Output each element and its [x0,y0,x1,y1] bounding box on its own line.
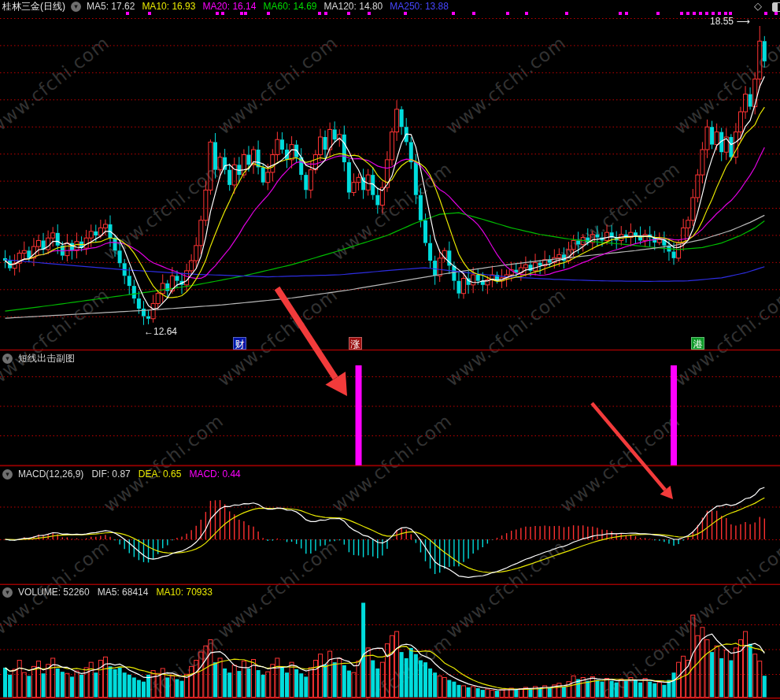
stock-chart-application: www.cfchi.comwww.cfchi.comwww.cfchi.comw… [0,0,780,700]
main-chart-header: 桂林三金(日线) ▾ MA5: 17.62MA10: 16.93MA20: 16… [2,0,449,13]
macd-legend-item: MACD(12,26,9) [18,469,83,480]
collapse-chevron-icon[interactable]: ▾ [71,2,81,12]
diamond-icon[interactable]: ◇ [754,0,762,12]
macd-legend-item: MACD: 0.44 [189,469,240,480]
stock-title: 桂林三金(日线) [2,0,65,13]
macd-legend: MACD(12,26,9)DIF: 0.87DEA: 0.65MACD: 0.4… [18,469,241,480]
ma-legend: MA5: 17.62MA10: 16.93MA20: 16.14MA60: 14… [87,1,449,12]
collapse-chevron-icon[interactable]: ▾ [2,587,13,598]
macd-legend-item: DEA: 0.65 [139,469,182,480]
volume-legend-item: MA5: 68414 [98,587,149,598]
volume-panel-header: ▾ VOLUME: 52260MA5: 68414MA10: 70933 [2,586,213,598]
low-price-label: ←12.64 [144,326,177,337]
high-price-value: 18.55 [710,16,734,27]
macd-panel-header: ▾ MACD(12,26,9)DIF: 0.87DEA: 0.65MACD: 0… [2,468,241,480]
ma-legend-item: MA5: 17.62 [87,1,135,12]
volume-legend-item: VOLUME: 52260 [18,587,90,598]
volume-legend: VOLUME: 52260MA5: 68414MA10: 70933 [18,587,213,598]
ma-legend-item: MA20: 16.14 [202,1,256,12]
volume-legend-item: MA10: 70933 [156,587,212,598]
high-price-label: 18.55 ⟶ [710,16,750,27]
ma-legend-item: MA60: 14.69 [263,1,316,12]
window-split-icon[interactable] [772,2,780,12]
collapse-chevron-icon[interactable]: ▾ [2,354,13,364]
sub-panel-title: 短线出击副图 [18,352,75,365]
ma-legend-item: MA250: 13.88 [390,1,449,12]
macd-legend-item: DIF: 0.87 [91,469,130,480]
sub-panel-header: ▾ 短线出击副图 [2,352,75,365]
pointer-arrow-icon: ⟶ [736,16,749,27]
info-badge-gang[interactable]: 港 [691,337,704,350]
info-badge-zhang[interactable]: 涨 [349,337,362,350]
ma-legend-item: MA120: 14.80 [324,1,383,12]
collapse-chevron-icon[interactable]: ▾ [2,469,13,480]
info-badge-cai[interactable]: 财 [233,337,246,350]
ma-legend-item: MA10: 16.93 [142,1,195,12]
